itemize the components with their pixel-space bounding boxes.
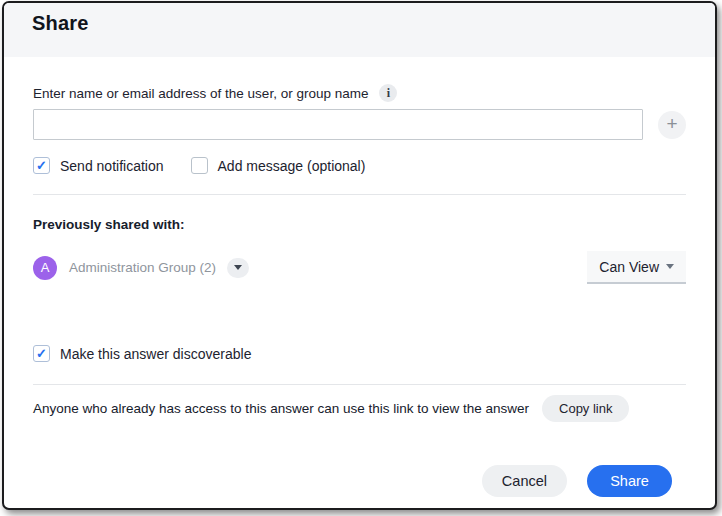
shared-entry-row: A Administration Group (2) Can View: [33, 251, 686, 284]
discoverable-row: Make this answer discoverable: [33, 345, 686, 362]
share-link-row: Anyone who already has access to this an…: [33, 395, 686, 422]
share-dialog: Share Enter name or email address of the…: [2, 1, 717, 510]
dialog-content: Enter name or email address of the user,…: [4, 57, 715, 508]
send-notification-option[interactable]: Send notification: [33, 157, 164, 174]
cancel-button[interactable]: Cancel: [482, 465, 567, 497]
invite-input-row: +: [33, 109, 686, 140]
copy-link-button[interactable]: Copy link: [542, 395, 629, 422]
chevron-down-icon: [234, 265, 242, 270]
info-icon[interactable]: i: [379, 84, 397, 102]
shared-entry-name: Administration Group (2): [69, 260, 216, 275]
permission-dropdown-label: Can View: [599, 259, 659, 275]
add-message-label: Add message (optional): [218, 158, 366, 174]
add-message-checkbox[interactable]: [191, 157, 208, 174]
recipient-input[interactable]: [33, 109, 643, 140]
discoverable-checkbox[interactable]: [33, 345, 50, 362]
dialog-header: Share: [4, 3, 715, 57]
dialog-footer: Cancel Share: [33, 465, 686, 497]
avatar: A: [33, 256, 57, 280]
send-notification-label: Send notification: [60, 158, 164, 174]
add-recipient-button[interactable]: +: [658, 111, 686, 139]
divider: [33, 384, 686, 385]
add-message-option[interactable]: Add message (optional): [191, 157, 366, 174]
dialog-title: Share: [32, 12, 715, 35]
previously-shared-heading: Previously shared with:: [33, 217, 686, 232]
discoverable-option[interactable]: Make this answer discoverable: [33, 345, 251, 362]
share-button[interactable]: Share: [587, 465, 672, 497]
permission-dropdown[interactable]: Can View: [587, 251, 686, 284]
discoverable-label: Make this answer discoverable: [60, 346, 251, 362]
expand-group-button[interactable]: [227, 258, 249, 278]
chevron-down-icon: [666, 264, 674, 269]
invite-field-label: Enter name or email address of the user,…: [33, 86, 368, 101]
send-notification-checkbox[interactable]: [33, 157, 50, 174]
share-link-text: Anyone who already has access to this an…: [33, 401, 529, 416]
invite-label-row: Enter name or email address of the user,…: [33, 84, 686, 102]
notification-options-row: Send notification Add message (optional): [33, 157, 686, 174]
divider: [33, 194, 686, 195]
